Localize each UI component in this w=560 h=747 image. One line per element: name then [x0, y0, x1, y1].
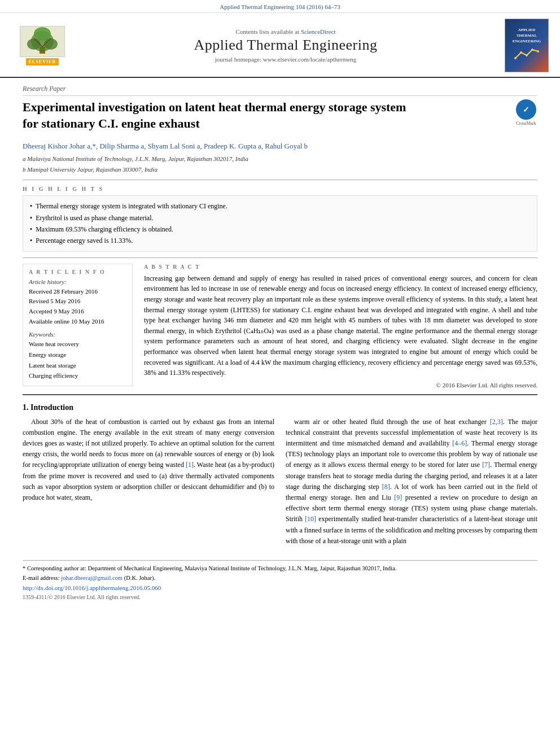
affiliation-a: a Malaviya National Institute of Technol…	[23, 154, 537, 164]
ref-46[interactable]: [4–6]	[452, 439, 467, 447]
separator-2	[23, 257, 537, 258]
page: Applied Thermal Engineering 104 (2016) 6…	[0, 0, 560, 747]
history-label: Article history:	[29, 278, 126, 285]
contents-text: Contents lists available at	[235, 28, 300, 35]
highlight-item-2: • Erythritol is used as phase change mat…	[30, 212, 530, 224]
crossmark-icon: ✓	[516, 99, 536, 120]
title-block: Experimental investigation on latent hea…	[23, 99, 537, 136]
authors-text: Dheeraj Kishor Johar a,*, Dilip Sharma a…	[23, 142, 308, 150]
keyword-1: Waste heat recovery	[29, 339, 126, 350]
accepted-date: Accepted 9 May 2016	[29, 307, 126, 317]
tree-svg	[23, 27, 62, 55]
intro-para-left: About 30% of the heat of combustion is c…	[23, 417, 274, 504]
doi-link-line: http://dx.doi.org/10.1016/j.applthermale…	[23, 583, 537, 593]
journal-title: Applied Thermal Engineering	[73, 37, 498, 54]
ref-23[interactable]: [2,3]	[490, 418, 503, 426]
svg-point-11	[537, 50, 539, 53]
bullet-2: •	[30, 212, 32, 224]
journal-header: ELSEVIER Contents lists available at Sci…	[0, 13, 560, 78]
sciencedirect-anchor[interactable]: ScienceDirect	[301, 28, 336, 35]
keyword-4: Charging efficiency	[29, 370, 126, 381]
ref-9[interactable]: [9]	[394, 493, 402, 501]
affiliations: a Malaviya National Institute of Technol…	[23, 154, 537, 174]
email-label: E-mail address:	[23, 575, 61, 581]
doi-bar: Applied Thermal Engineering 104 (2016) 6…	[0, 0, 560, 13]
ref-7[interactable]: [7]	[482, 461, 490, 469]
revised-date: Revised 5 May 2016	[29, 296, 126, 307]
wasted-word: wasted	[165, 461, 184, 469]
highlights-label: H I G H L I G H T S	[23, 186, 537, 192]
article-title: Experimental investigation on latent hea…	[23, 99, 509, 132]
email-link[interactable]: johar.dheeraj@gmail.com	[61, 575, 123, 581]
thermal-word: thermal	[286, 493, 307, 501]
keywords-label: Keywords:	[29, 331, 126, 338]
intro-right-col: warm air or other heated fluid through t…	[286, 417, 537, 551]
abstract-copyright: © 2016 Elsevier Ltd. All rights reserved…	[144, 382, 537, 388]
svg-text:✓: ✓	[523, 106, 530, 114]
highlight-text-2: Erythritol is used as phase change mater…	[36, 212, 153, 224]
highlights-box: • Thermal energy storage system is integ…	[23, 195, 537, 252]
journal-thumbnail: APPLIED THERMAL ENGINEERING	[505, 19, 549, 72]
article-info-col: A R T I C L E I N F O Article history: R…	[23, 264, 133, 388]
article-info-section: A R T I C L E I N F O Article history: R…	[23, 264, 133, 386]
highlight-item-4: • Percentage energy saved is 11.33%.	[30, 235, 530, 246]
title-line2: for stationary C.I. engine exhaust	[23, 116, 200, 130]
highlight-text-3: Maximum 69.53% charging efficiency is ob…	[36, 224, 173, 235]
thumb-chart-icon	[513, 47, 541, 61]
footnote-area: * Corresponding author at: Department of…	[23, 560, 537, 602]
title-line1: Experimental investigation on latent hea…	[23, 100, 406, 114]
bullet-1: •	[30, 200, 32, 212]
bullet-3: •	[30, 224, 32, 235]
ref-1[interactable]: [1]	[186, 461, 194, 469]
ref-8[interactable]: [8]	[382, 483, 390, 491]
abstract-col: A B S T R A C T Increasing gap between d…	[144, 264, 537, 388]
introduction-section: 1. Introduction About 30% of the heat of…	[23, 403, 537, 551]
svg-point-4	[34, 27, 51, 41]
email-line: E-mail address: johar.dheeraj@gmail.com …	[23, 574, 537, 583]
journal-thumb-text: APPLIED THERMAL ENGINEERING	[513, 28, 541, 63]
svg-point-7	[514, 57, 517, 59]
highlights-section: H I G H L I G H T S • Thermal energy sto…	[23, 186, 537, 252]
journal-thumbnail-area: APPLIED THERMAL ENGINEERING	[498, 19, 549, 72]
svg-point-3	[44, 38, 58, 50]
issn-line: 1359-4311/© 2016 Elsevier Ltd. All right…	[23, 593, 537, 602]
elsevier-logo: ELSEVIER	[11, 26, 73, 65]
thumb-line3: ENGINEERING	[513, 39, 541, 45]
elsevier-badge: ELSEVIER	[26, 58, 59, 65]
crossmark-label: CrossMark	[516, 121, 536, 126]
highlight-item-1: • Thermal energy storage system is integ…	[30, 200, 530, 212]
article-doi-link[interactable]: http://dx.doi.org/10.1016/j.applthermale…	[23, 584, 161, 591]
keyword-3: Latent heat storage	[29, 360, 126, 371]
thumb-line1: APPLIED	[513, 28, 541, 33]
svg-point-8	[520, 51, 522, 54]
highlight-item-3: • Maximum 69.53% charging efficiency is …	[30, 224, 530, 235]
title-text-area: Experimental investigation on latent hea…	[23, 99, 509, 136]
highlight-text-1: Thermal energy storage system is integra…	[36, 200, 228, 212]
available-date: Available online 10 May 2016	[29, 317, 126, 327]
abstract-text: Increasing gap between demand and supply…	[144, 273, 537, 378]
email-name: (D.K. Johar).	[124, 575, 155, 581]
article-info-title: A R T I C L E I N F O	[29, 269, 126, 275]
abstract-label: A B S T R A C T	[144, 264, 537, 270]
intro-left-col: About 30% of the heat of combustion is c…	[23, 417, 274, 551]
affiliation-b: b Manipal University Jaipur, Rajasthan 3…	[23, 165, 537, 174]
sciencedirect-link: Contents lists available at ScienceDirec…	[73, 28, 498, 35]
keyword-2: Energy storage	[29, 350, 126, 360]
paper-type: Research Paper	[23, 85, 537, 96]
ref-10[interactable]: [10]	[305, 515, 316, 523]
intro-two-col: About 30% of the heat of combustion is c…	[23, 417, 537, 551]
article-info-abstract: A R T I C L E I N F O Article history: R…	[23, 264, 537, 388]
received-date: Received 28 February 2016	[29, 287, 126, 297]
abstract-section: A B S T R A C T Increasing gap between d…	[144, 264, 537, 388]
svg-point-2	[27, 38, 41, 50]
crossmark-area: ✓ CrossMark	[515, 99, 537, 126]
journal-url: journal homepage: www.elsevier.com/locat…	[73, 56, 498, 63]
doi-text: Applied Thermal Engineering 104 (2016) 6…	[220, 3, 340, 10]
crossmark-svg: ✓	[518, 102, 534, 117]
intro-heading: 1. Introduction	[23, 403, 537, 412]
separator-1	[23, 180, 537, 180]
bullet-4: •	[30, 235, 32, 246]
highlight-text-4: Percentage energy saved is 11.33%.	[36, 235, 133, 246]
main-content: Research Paper Experimental investigatio…	[0, 78, 560, 613]
elsevier-logo-area: ELSEVIER	[11, 26, 73, 65]
